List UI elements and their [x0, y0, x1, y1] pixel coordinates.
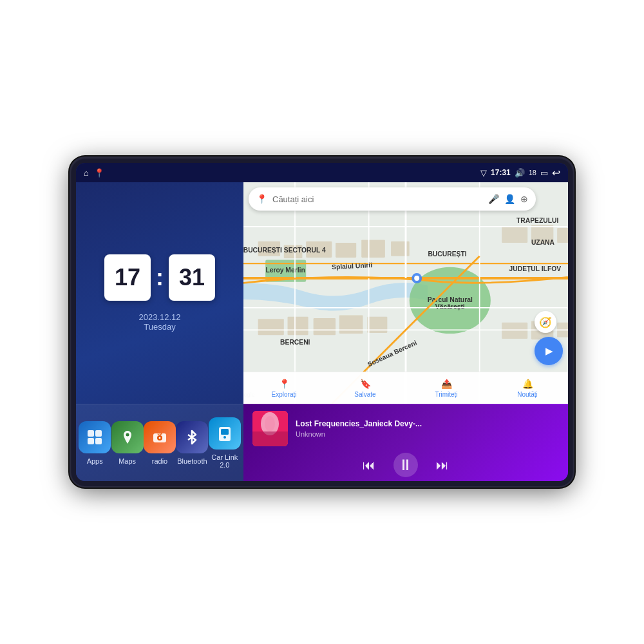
right-panel: Parcul Natural Văcărești	[243, 182, 568, 481]
account-icon[interactable]: 👤	[504, 194, 515, 204]
volume-icon: 🔊	[515, 168, 525, 178]
location-icon[interactable]: 📍	[94, 168, 104, 178]
svg-text:BERCENI: BERCENI	[280, 339, 310, 346]
svg-rect-3	[95, 438, 102, 444]
clock-colon: :	[156, 264, 164, 291]
svg-text:Văcărești: Văcărești	[435, 303, 465, 310]
carlink-icon	[209, 417, 241, 450]
clock-minutes: 31	[169, 254, 215, 301]
map-nav-news[interactable]: 🔔 Noutăți	[487, 379, 568, 398]
svg-rect-22	[361, 240, 385, 258]
explore-icon: 📍	[279, 379, 290, 389]
date-text: 2023.12.12	[138, 312, 180, 322]
layers-icon[interactable]: ⊕	[520, 194, 528, 204]
map-bottom-nav: 📍 Explorați 🔖 Salvate 📤 Trimiteți �	[243, 372, 568, 404]
svg-rect-27	[339, 315, 363, 334]
screen: ⌂ 📍 ▽ 17:31 🔊 18 ▭ ↩ 17 :	[76, 163, 568, 481]
clock-widget: 17 : 31 2023.12.12 Tuesday	[76, 182, 243, 404]
music-artist: Unknown	[296, 430, 559, 438]
map-search-text: Căutați aici	[272, 194, 483, 204]
play-pause-btn[interactable]: ⏸	[393, 453, 418, 477]
left-panel: 17 : 31 2023.12.12 Tuesday	[76, 182, 243, 481]
signal-icon: ▽	[480, 168, 487, 178]
status-left: ⌂ 📍	[84, 168, 104, 178]
apps-row: Apps Maps	[76, 404, 243, 481]
saved-label: Salvate	[354, 391, 375, 398]
app-item-apps[interactable]: Apps	[79, 421, 111, 465]
compass-btn[interactable]: 🧭	[535, 311, 556, 333]
day-text: Tuesday	[138, 322, 180, 332]
map-right-controls: 🧭 ▶	[535, 311, 563, 365]
map-nav-saved[interactable]: 🔖 Salvate	[325, 379, 406, 398]
svg-point-57	[414, 276, 419, 281]
radio-icon: FM	[144, 421, 176, 453]
map-search-bar[interactable]: 📍 Căutați aici 🎤 👤 ⊕	[249, 187, 536, 211]
svg-rect-21	[336, 243, 356, 258]
news-icon: 🔔	[522, 379, 533, 389]
bluetooth-label: Bluetooth	[177, 457, 207, 465]
bluetooth-icon	[176, 421, 208, 453]
music-top: Lost Frequencies_Janieck Devy-... Unknow…	[252, 411, 559, 446]
svg-point-7	[159, 437, 161, 439]
music-player: Lost Frequencies_Janieck Devy-... Unknow…	[243, 404, 568, 481]
clock-display: 17 : 31	[104, 254, 215, 301]
news-label: Noutăți	[517, 391, 538, 398]
status-right: ▽ 17:31 🔊 18 ▭ ↩	[480, 167, 560, 179]
svg-text:UZANA: UZANA	[531, 239, 555, 246]
date-display: 2023.12.12 Tuesday	[138, 312, 180, 332]
maps-icon	[111, 421, 144, 453]
svg-rect-23	[391, 242, 410, 256]
svg-point-4	[126, 433, 129, 436]
status-bar: ⌂ 📍 ▽ 17:31 🔊 18 ▭ ↩	[76, 163, 568, 182]
carlink-label: Car Link 2.0	[209, 453, 241, 469]
back-icon[interactable]: ↩	[552, 167, 560, 179]
send-label: Trimiteți	[435, 391, 457, 398]
map-nav-send[interactable]: 📤 Trimiteți	[406, 379, 487, 398]
music-title: Lost Frequencies_Janieck Devy-...	[296, 419, 559, 428]
svg-rect-12	[221, 429, 229, 435]
start-nav-btn[interactable]: ▶	[535, 337, 563, 365]
send-icon: 📤	[441, 379, 452, 389]
music-controls: ⏮ ⏸ ⏭	[252, 453, 559, 477]
main-content: 17 : 31 2023.12.12 Tuesday	[76, 182, 568, 481]
app-item-bluetooth[interactable]: Bluetooth	[176, 421, 208, 465]
app-item-carlink[interactable]: Car Link 2.0	[209, 417, 241, 469]
svg-text:Leroy Merlin: Leroy Merlin	[265, 267, 305, 274]
mic-icon[interactable]: 🎤	[488, 194, 499, 204]
device-shell: ⌂ 📍 ▽ 17:31 🔊 18 ▭ ↩ 17 :	[71, 158, 573, 486]
svg-rect-25	[288, 317, 308, 336]
maps-label: Maps	[118, 457, 136, 465]
svg-rect-32	[502, 323, 527, 339]
svg-rect-31	[557, 228, 568, 243]
svg-rect-0	[88, 430, 94, 437]
svg-rect-61	[252, 431, 288, 446]
app-item-maps[interactable]: Maps	[111, 421, 143, 465]
svg-text:BUCUREȘTI: BUCUREȘTI	[428, 251, 466, 258]
map-nav-explore[interactable]: 📍 Explorați	[243, 379, 325, 398]
battery-icon: ▭	[540, 168, 548, 178]
svg-text:TRAPEZULUI: TRAPEZULUI	[516, 217, 558, 224]
svg-point-60	[265, 416, 275, 431]
clock-hours: 17	[104, 254, 151, 301]
map-search-icons: 🎤 👤 ⊕	[488, 194, 528, 204]
svg-rect-1	[95, 430, 102, 437]
svg-rect-2	[88, 438, 94, 444]
home-icon[interactable]: ⌂	[84, 168, 89, 178]
svg-point-13	[223, 436, 226, 439]
next-btn[interactable]: ⏭	[436, 458, 449, 473]
apps-label: Apps	[87, 457, 103, 465]
app-item-radio[interactable]: FM radio	[144, 421, 176, 465]
maps-search-pin: 📍	[256, 194, 267, 204]
prev-btn[interactable]: ⏮	[363, 458, 375, 473]
map-area[interactable]: Parcul Natural Văcărești	[243, 182, 568, 404]
saved-icon: 🔖	[360, 379, 371, 389]
svg-rect-24	[258, 319, 284, 335]
svg-rect-26	[314, 318, 336, 335]
status-time: 17:31	[491, 168, 511, 177]
album-art	[252, 411, 288, 446]
explore-label: Explorați	[272, 391, 297, 398]
radio-label: radio	[152, 457, 167, 465]
svg-text:JUDEȚUL ILFOV: JUDEȚUL ILFOV	[509, 265, 562, 272]
apps-icon	[79, 421, 111, 453]
svg-text:FM: FM	[157, 432, 162, 436]
